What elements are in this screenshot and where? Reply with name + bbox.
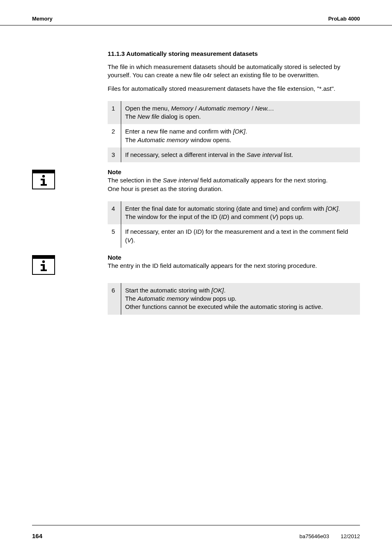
- step-text: Enter a new file name and confirm with […: [121, 124, 360, 147]
- table-row: 6Start the automatic storing with [OK].T…: [108, 283, 360, 315]
- page-number: 164: [32, 532, 42, 539]
- section-heading: Automatically storing measurement datase…: [126, 50, 258, 57]
- svg-rect-7: [41, 269, 47, 271]
- info-icon: [32, 255, 55, 275]
- step-number: 6: [108, 283, 121, 315]
- step-text: Enter the final date for automatic stori…: [121, 201, 360, 225]
- note-1: Note The selection in the Save interval …: [32, 168, 360, 193]
- step-text: Start the automatic storing with [OK].Th…: [121, 283, 360, 315]
- svg-rect-3: [41, 184, 47, 186]
- steps-table-2: 4Enter the final date for automatic stor…: [108, 201, 360, 248]
- table-row: 2Enter a new file name and confirm with …: [108, 124, 360, 147]
- doc-date: 12/2012: [341, 533, 360, 539]
- table-row: 3If necessary, select a different interv…: [108, 147, 360, 162]
- step-text: If necessary, select a different interva…: [121, 147, 360, 162]
- page-footer: 164 ba75646e03 12/2012: [32, 532, 360, 539]
- header-right: ProLab 4000: [328, 16, 360, 22]
- steps-table-3: 6Start the automatic storing with [OK].T…: [108, 283, 360, 315]
- step-text: Open the menu, Memory / Automatic memory…: [121, 101, 360, 124]
- table-row: 4Enter the final date for automatic stor…: [108, 201, 360, 225]
- footer-rule: [32, 525, 360, 525]
- section-title: 11.1.3 Automatically storing measurement…: [108, 50, 360, 57]
- note-text-2: One hour is preset as the storing durati…: [108, 185, 360, 193]
- note-text-1: The selection in the Save interval field…: [108, 176, 360, 184]
- step-text: If necessary, enter an ID (ID) for the m…: [121, 224, 360, 248]
- page-content: 11.1.3 Automatically storing measurement…: [0, 50, 392, 315]
- table-row: 5If necessary, enter an ID (ID) for the …: [108, 224, 360, 248]
- note-label: Note: [108, 168, 360, 176]
- svg-point-4: [42, 260, 45, 263]
- steps-table-1: 1Open the menu, Memory / Automatic memor…: [108, 101, 360, 162]
- section-number: 11.1.3: [108, 50, 125, 57]
- note-label: Note: [108, 253, 360, 262]
- step-number: 4: [108, 201, 121, 225]
- step-number: 5: [108, 224, 121, 248]
- intro-p2: Files for automatically stored measureme…: [108, 85, 360, 93]
- page-header: Memory ProLab 4000: [0, 0, 392, 25]
- note-2: Note The entry in the ID field automatic…: [32, 253, 360, 275]
- step-number: 2: [108, 124, 121, 147]
- svg-point-0: [42, 175, 45, 177]
- step-number: 3: [108, 147, 121, 162]
- step-number: 1: [108, 101, 121, 124]
- intro-p1: The file in which measurement datasets s…: [108, 63, 360, 80]
- svg-rect-2: [43, 179, 45, 185]
- note-text: The entry in the ID field automatically …: [108, 262, 360, 270]
- header-left: Memory: [32, 16, 53, 22]
- info-icon: [32, 170, 55, 189]
- svg-rect-6: [43, 264, 45, 270]
- doc-id: ba75646e03: [300, 533, 329, 539]
- table-row: 1Open the menu, Memory / Automatic memor…: [108, 101, 360, 124]
